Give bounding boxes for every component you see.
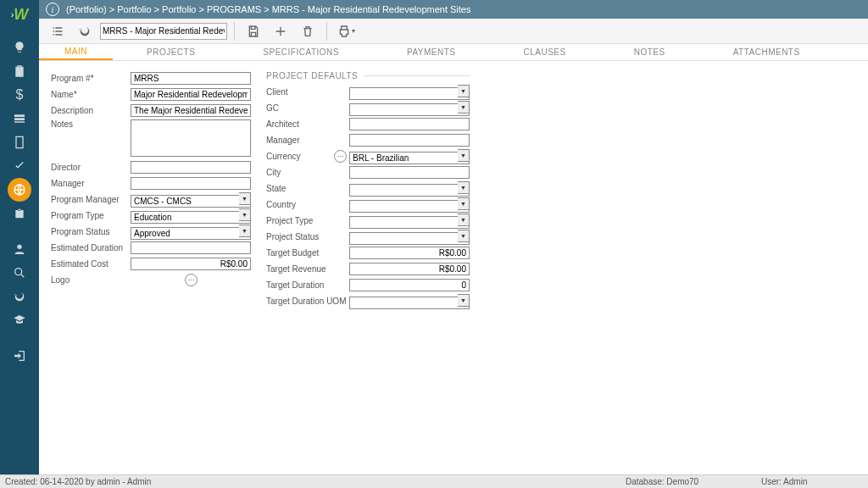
tabs: MAINPROJECTSSPECIFICATIONSPAYMENTSCLAUSE… xyxy=(39,44,868,61)
est-duration-label: Estimated Duration xyxy=(51,243,131,252)
project-status-label: Project Status xyxy=(266,232,349,241)
description-label: Description xyxy=(51,106,131,115)
manager2-input[interactable] xyxy=(349,134,470,147)
sidebar-item-idea[interactable] xyxy=(0,36,39,59)
target-duration-input[interactable] xyxy=(349,279,470,291)
list-icon[interactable] xyxy=(46,20,70,42)
program-type-label: Program Type xyxy=(51,211,131,220)
print-icon[interactable]: ▾ xyxy=(334,20,358,42)
status-user: User: Admin xyxy=(761,477,863,486)
project-defaults-header: PROJECT DEFAULTS xyxy=(266,71,470,80)
sidebar-item-grad[interactable] xyxy=(0,308,39,332)
svg-point-1 xyxy=(17,245,21,249)
chevron-down-icon[interactable]: ▼ xyxy=(458,294,470,307)
currency-more-button[interactable]: ⋯ xyxy=(334,150,347,163)
status-created: Created: 06-14-2020 by admin - Admin xyxy=(5,477,626,486)
currency-input[interactable] xyxy=(349,152,470,164)
tab-clauses[interactable]: CLAUSES xyxy=(489,44,599,60)
architect-input[interactable] xyxy=(349,118,470,130)
project-status-input[interactable] xyxy=(349,232,470,245)
program-status-label: Program Status xyxy=(51,227,131,236)
program-status-input[interactable] xyxy=(131,227,251,240)
toolbar: ▾ xyxy=(39,19,868,44)
director-input[interactable] xyxy=(131,161,251,174)
manager-input[interactable] xyxy=(131,177,251,190)
sidebar-item-briefcase[interactable] xyxy=(0,202,39,225)
right-column: PROJECT DEFAULTS Client▼ GC▼ Architect M… xyxy=(266,71,470,308)
chevron-down-icon[interactable]: ▼ xyxy=(458,181,470,194)
sidebar-item-logout[interactable] xyxy=(0,344,39,368)
chevron-down-icon[interactable]: ▼ xyxy=(458,85,470,97)
status-database: Database: Demo70 xyxy=(626,477,761,486)
name-input[interactable] xyxy=(131,88,251,101)
project-type-input[interactable] xyxy=(349,216,470,229)
chevron-down-icon[interactable]: ▼ xyxy=(458,101,470,114)
undo-icon[interactable] xyxy=(73,20,97,42)
manager2-label: Manager xyxy=(266,136,349,145)
tab-payments[interactable]: PAYMENTS xyxy=(373,44,490,60)
tab-attachments[interactable]: ATTACHMENTS xyxy=(699,44,834,60)
program-manager-input[interactable] xyxy=(131,195,251,208)
program-no-input[interactable] xyxy=(131,72,251,85)
chevron-down-icon[interactable]: ▼ xyxy=(458,214,470,226)
city-label: City xyxy=(266,168,349,177)
program-manager-label: Program Manager xyxy=(51,195,131,204)
target-budget-label: Target Budget xyxy=(266,248,349,258)
director-label: Director xyxy=(51,163,131,172)
breadcrumb: (Portfolio) > Portfolio > Portfolio > PR… xyxy=(66,4,470,14)
svg-point-2 xyxy=(15,269,22,275)
app-logo: W xyxy=(14,6,28,24)
client-input[interactable] xyxy=(349,87,470,100)
state-input[interactable] xyxy=(349,184,470,197)
chevron-down-icon[interactable]: ▼ xyxy=(458,197,470,210)
info-icon[interactable]: i xyxy=(46,3,59,16)
program-type-input[interactable] xyxy=(131,211,251,224)
name-label: Name* xyxy=(51,90,131,99)
description-input[interactable] xyxy=(131,104,251,117)
statusbar: Created: 06-14-2020 by admin - Admin Dat… xyxy=(0,474,868,488)
est-duration-input[interactable] xyxy=(131,241,251,254)
target-duration-uom-input[interactable] xyxy=(349,297,470,309)
sidebar-item-book[interactable] xyxy=(0,130,39,154)
sidebar-item-cards[interactable] xyxy=(0,107,39,130)
sidebar-toggle[interactable]: ›W xyxy=(11,5,29,24)
gc-input[interactable] xyxy=(349,103,470,116)
sidebar-item-user[interactable] xyxy=(0,237,39,261)
sidebar-item-check[interactable] xyxy=(0,154,39,178)
notes-label: Notes xyxy=(51,119,131,129)
breadcrumb-bar: i (Portfolio) > Portfolio > Portfolio > … xyxy=(39,0,868,19)
chevron-down-icon[interactable]: ▼ xyxy=(458,230,470,242)
save-icon[interactable] xyxy=(242,20,265,42)
add-icon[interactable] xyxy=(269,20,292,42)
chevron-down-icon[interactable]: ▼ xyxy=(239,208,251,221)
notes-input[interactable] xyxy=(131,119,251,157)
tab-notes[interactable]: NOTES xyxy=(600,44,699,60)
target-revenue-input[interactable] xyxy=(349,263,470,275)
tab-projects[interactable]: PROJECTS xyxy=(113,44,229,60)
sidebar-item-clipboard[interactable] xyxy=(0,59,39,83)
est-cost-input[interactable] xyxy=(131,258,251,270)
state-label: State xyxy=(266,184,349,193)
sidebar-item-money[interactable]: $ xyxy=(0,83,39,107)
record-selector[interactable] xyxy=(100,23,227,40)
sidebar-item-history[interactable] xyxy=(0,285,39,308)
tab-main[interactable]: MAIN xyxy=(39,44,113,60)
logo-more-button[interactable]: ⋯ xyxy=(185,274,198,286)
architect-label: Architect xyxy=(266,119,349,129)
logo-label: Logo xyxy=(51,275,131,285)
country-input[interactable] xyxy=(349,200,470,213)
delete-icon[interactable] xyxy=(296,20,320,42)
target-duration-label: Target Duration xyxy=(266,280,349,290)
city-input[interactable] xyxy=(349,166,470,179)
chevron-down-icon[interactable]: ▼ xyxy=(458,149,470,162)
target-duration-uom-label: Target Duration UOM xyxy=(266,297,349,306)
tab-specifications[interactable]: SPECIFICATIONS xyxy=(229,44,373,60)
client-label: Client xyxy=(266,87,349,97)
gc-label: GC xyxy=(266,103,349,113)
sidebar-item-search[interactable] xyxy=(0,261,39,285)
target-budget-input[interactable] xyxy=(349,247,470,259)
chevron-down-icon[interactable]: ▼ xyxy=(239,192,251,205)
sidebar-item-globe[interactable] xyxy=(8,178,31,202)
chevron-down-icon[interactable]: ▼ xyxy=(239,225,251,237)
est-cost-label: Estimated Cost xyxy=(51,259,131,269)
